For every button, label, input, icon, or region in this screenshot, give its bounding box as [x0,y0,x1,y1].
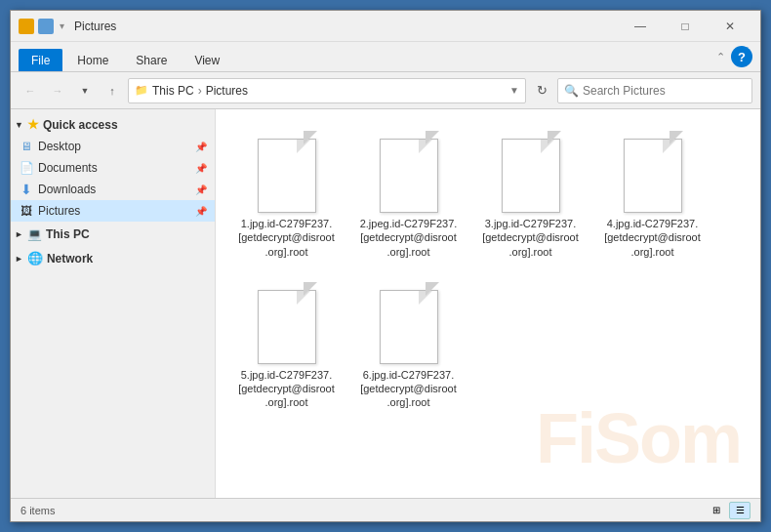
file-label-file4: 4.jpg.id-C279F237.[getdecrypt@disroot.or… [603,217,702,259]
desktop-pin-icon: 📌 [195,142,207,152]
window-title: Pictures [74,20,618,33]
ribbon-collapse-icon: ⌃ [716,51,725,63]
downloads-pin-icon: 📌 [195,184,207,195]
back-button[interactable]: ← [19,79,42,102]
pictures-icon: 🖼 [19,203,34,219]
quick-access-star-icon: ★ [27,117,39,132]
expand-path-button[interactable]: ▼ [73,79,97,102]
sidebar-item-desktop[interactable]: 🖥 Desktop 📌 [11,136,215,157]
file-icon-file3 [496,131,566,213]
addressbar-row: ← → ▼ ↑ 📁 This PC › Pictures ▼ ↻ 🔍 [11,72,760,109]
forward-button[interactable]: → [46,79,69,102]
desktop-label: Desktop [38,140,191,153]
main-area: ▼ ★ Quick access 🖥 Desktop 📌 📄 Documents… [11,109,760,498]
pictures-label: Pictures [38,204,191,218]
refresh-button[interactable]: ↻ [530,79,553,102]
search-icon: 🔍 [564,84,579,98]
this-pc-section: ► 💻 This PC [11,224,215,245]
item-count: 6 items [20,505,706,516]
path-parts: This PC › Pictures [152,84,506,98]
address-folder-icon: 📁 [135,84,148,97]
view-large-icon-button[interactable]: ⊞ [706,502,727,519]
quick-access-label: Quick access [43,118,118,132]
title-bar-icons: ▾ [19,19,66,34]
this-pc-label: This PC [46,227,90,241]
ribbon-tabs: File Home Share View ⌃ ? [11,42,760,71]
downloads-label: Downloads [38,183,191,196]
tab-view[interactable]: View [182,49,232,71]
search-box[interactable]: 🔍 [557,78,752,103]
quick-access-section: ▼ ★ Quick access 🖥 Desktop 📌 📄 Documents… [11,113,215,222]
file-icon-file1 [252,131,322,213]
sidebar-item-downloads[interactable]: ⬇ Downloads 📌 [11,179,215,200]
help-button[interactable]: ? [731,46,752,67]
view-details-button[interactable]: ☰ [729,502,751,519]
network-section: ► 🌐 Network [11,247,215,269]
files-grid: 1.jpg.id-C279F237.[getdecrypt@disroot.or… [225,119,751,422]
documents-icon: 📄 [19,160,34,176]
title-icon-1 [19,19,34,34]
file-label-file2: 2.jpeg.id-C279F237.[getdecrypt@disroot.o… [359,217,458,259]
sidebar-item-documents[interactable]: 📄 Documents 📌 [11,157,215,179]
sidebar: ▼ ★ Quick access 🖥 Desktop 📌 📄 Documents… [11,109,216,498]
ribbon: File Home Share View ⌃ ? [11,42,760,72]
file-label-file1: 1.jpg.id-C279F237.[getdecrypt@disroot.or… [237,217,336,259]
file-label-file5: 5.jpg.id-C279F237.[getdecrypt@disroot.or… [237,368,336,410]
path-thispc: This PC [152,84,194,98]
file-item-file2[interactable]: 2.jpeg.id-C279F237.[getdecrypt@disroot.o… [352,124,465,266]
network-label: Network [47,252,93,266]
title-bar: ▾ Pictures — □ ✕ [11,11,760,42]
file-icon-file6 [374,282,444,364]
search-input[interactable] [583,84,746,98]
quick-access-arrow: ▼ [15,120,23,130]
window-controls: — □ ✕ [618,12,752,41]
network-icon: 🌐 [27,251,43,266]
address-chevron[interactable]: ▼ [509,85,519,96]
path-sep-1: › [198,84,202,98]
content-area: FiSom 1.jpg.id-C279F237.[getdecrypt@disr… [216,109,760,498]
minimize-button[interactable]: — [618,12,663,41]
file-icon-file2 [374,131,444,213]
file-item-file1[interactable]: 1.jpg.id-C279F237.[getdecrypt@disroot.or… [230,124,343,266]
file-label-file3: 3.jpg.id-C279F237.[getdecrypt@disroot.or… [481,217,580,259]
tab-share[interactable]: Share [123,49,180,71]
downloads-icon: ⬇ [19,182,34,197]
desktop-icon: 🖥 [19,139,34,154]
explorer-window: ▾ Pictures — □ ✕ File Home Share View ⌃ … [10,10,761,522]
file-item-file3[interactable]: 3.jpg.id-C279F237.[getdecrypt@disroot.or… [474,124,587,266]
file-item-file6[interactable]: 6.jpg.id-C279F237.[getdecrypt@disroot.or… [352,275,465,417]
tab-file[interactable]: File [19,49,62,71]
status-bar: 6 items ⊞ ☰ [11,498,760,521]
file-label-file6: 6.jpg.id-C279F237.[getdecrypt@disroot.or… [359,368,458,410]
path-pictures: Pictures [206,84,248,98]
pictures-pin-icon: 📌 [195,206,207,217]
documents-pin-icon: 📌 [195,163,207,174]
title-icon-2 [38,19,54,34]
file-icon-file5 [252,282,322,364]
this-pc-header[interactable]: ► 💻 This PC [11,224,215,245]
documents-label: Documents [38,161,191,175]
view-buttons: ⊞ ☰ [706,502,751,519]
file-item-file5[interactable]: 5.jpg.id-C279F237.[getdecrypt@disroot.or… [230,275,343,417]
network-arrow: ► [15,254,23,264]
quick-access-header[interactable]: ▼ ★ Quick access [11,113,215,136]
sidebar-item-pictures[interactable]: 🖼 Pictures 📌 [11,200,215,222]
this-pc-icon: 💻 [27,227,42,241]
address-box[interactable]: 📁 This PC › Pictures ▼ [128,78,526,103]
file-icon-file4 [618,131,688,213]
this-pc-arrow: ► [15,229,23,239]
maximize-button[interactable]: □ [663,12,708,41]
network-header[interactable]: ► 🌐 Network [11,247,215,269]
tab-home[interactable]: Home [64,49,121,71]
title-separator: ▾ [60,20,64,31]
up-button[interactable]: ↑ [101,79,124,102]
file-item-file4[interactable]: 4.jpg.id-C279F237.[getdecrypt@disroot.or… [596,124,709,266]
close-button[interactable]: ✕ [708,12,752,41]
